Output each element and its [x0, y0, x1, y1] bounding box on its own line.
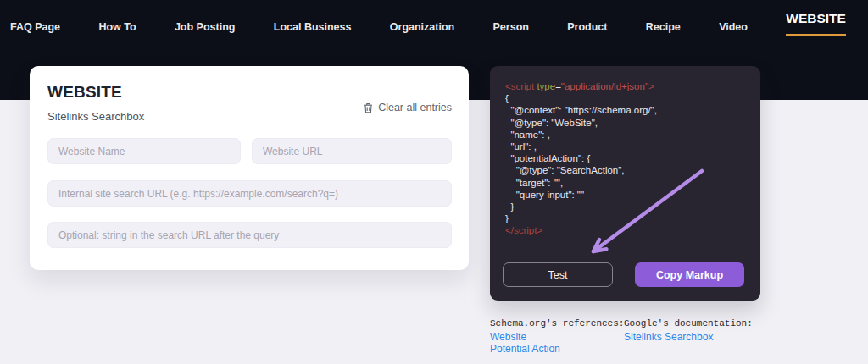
internal-search-url-input[interactable]: [47, 180, 452, 207]
link-schema-potential-action[interactable]: Potential Action: [490, 343, 560, 355]
link-google-sitelinks-searchbox[interactable]: Sitelinks Searchbox: [624, 331, 713, 343]
nav-item-local-business[interactable]: Local Business: [274, 21, 352, 33]
optional-query-string-input[interactable]: [47, 222, 452, 248]
card-subtitle: Sitelinks Searchbox: [47, 110, 144, 123]
nav-item-product[interactable]: Product: [567, 21, 607, 33]
schema-form-card: WEBSITE Sitelinks Searchbox Clear all en…: [30, 66, 469, 270]
link-schema-website[interactable]: Website: [490, 331, 526, 343]
nav-item-video[interactable]: Video: [719, 21, 748, 33]
copy-markup-button[interactable]: Copy Markup: [635, 262, 744, 287]
nav-item-recipe[interactable]: Recipe: [646, 21, 681, 33]
google-documentation-label: Google's documentation:: [624, 318, 753, 328]
website-url-input[interactable]: [252, 138, 452, 164]
clear-all-entries-button[interactable]: Clear all entries: [364, 102, 452, 113]
website-name-input[interactable]: [47, 138, 241, 164]
page: FAQ Page How To Job Posting Local Busine…: [0, 0, 868, 364]
schema-references-label: Schema.org's references:: [490, 318, 624, 328]
nav-item-how-to[interactable]: How To: [98, 21, 136, 33]
nav-item-person[interactable]: Person: [493, 21, 529, 33]
trash-icon: [364, 102, 373, 113]
nav-item-website-active[interactable]: WEBSITE: [786, 11, 846, 36]
clear-all-entries-label: Clear all entries: [378, 102, 452, 113]
nav-item-organization[interactable]: Organization: [390, 21, 454, 33]
top-nav: FAQ Page How To Job Posting Local Busine…: [0, 0, 868, 47]
card-title: WEBSITE: [47, 83, 122, 102]
nav-item-job-posting[interactable]: Job Posting: [175, 21, 236, 33]
code-output-panel: <script type="application/ld+json">{ "@c…: [490, 66, 760, 301]
test-button[interactable]: Test: [503, 262, 613, 287]
code-block: <script type="application/ld+json">{ "@c…: [505, 80, 752, 237]
nav-item-faq-page[interactable]: FAQ Page: [10, 21, 60, 33]
